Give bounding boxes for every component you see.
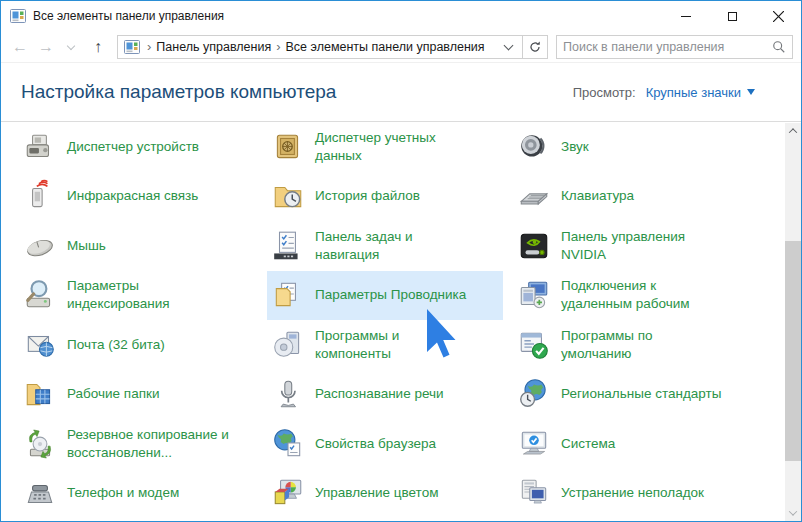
control-panel-item[interactable]: Мышь bbox=[19, 221, 257, 271]
item-label: Региональные стандарты bbox=[561, 385, 721, 403]
view-by-dropdown[interactable]: Крупные значки bbox=[646, 85, 741, 100]
maximize-button[interactable] bbox=[709, 1, 755, 31]
control-panel-item[interactable]: Диспетчер учетных данных bbox=[267, 122, 503, 172]
control-panel-item[interactable]: Свойства браузера bbox=[267, 419, 503, 469]
scroll-up-button[interactable] bbox=[785, 123, 801, 139]
nvidia-icon bbox=[517, 229, 551, 263]
infrared-icon bbox=[23, 179, 57, 213]
indexing-options-icon bbox=[23, 278, 57, 312]
navigation-toolbar: ← → ↑ › Панель управления › Все элементы… bbox=[1, 31, 801, 63]
window-title: Все элементы панели управления bbox=[33, 9, 663, 23]
address-bar[interactable]: › Панель управления › Все элементы панел… bbox=[117, 35, 523, 59]
item-label: Звук bbox=[561, 138, 589, 156]
minimize-button[interactable] bbox=[663, 1, 709, 31]
item-label: История файлов bbox=[315, 187, 420, 205]
item-label: Резервное копирование и восстановлени... bbox=[67, 426, 229, 462]
search-input[interactable] bbox=[563, 40, 772, 54]
forward-button[interactable]: → bbox=[33, 34, 59, 60]
control-panel-item[interactable]: Резервное копирование и восстановлени... bbox=[19, 419, 257, 469]
item-label: Подключения к удаленным рабочим bbox=[561, 277, 690, 313]
page-title: Настройка параметров компьютера bbox=[21, 81, 336, 103]
region-icon bbox=[517, 377, 551, 411]
breadcrumb-separator: › bbox=[271, 39, 285, 54]
item-label: Панель задач и навигация bbox=[315, 228, 413, 264]
remote-desktop-icon bbox=[517, 278, 551, 312]
control-panel-item[interactable]: Рабочие папки bbox=[19, 370, 257, 420]
items-grid: Диспетчер устройствИнфракрасная связьМыш… bbox=[1, 122, 801, 518]
control-panel-item[interactable]: История файлов bbox=[267, 172, 503, 222]
search-box[interactable] bbox=[556, 35, 793, 59]
control-panel-item[interactable]: Почта (32 бита) bbox=[19, 320, 257, 370]
programs-features-icon bbox=[271, 328, 305, 362]
item-label: Инфракрасная связь bbox=[67, 187, 198, 205]
phone-modem-icon bbox=[23, 476, 57, 510]
item-label: Параметры индексирования bbox=[67, 277, 170, 313]
item-label: Диспетчер устройств bbox=[67, 138, 199, 156]
scrollbar-thumb[interactable] bbox=[785, 241, 801, 461]
address-dropdown-icon[interactable] bbox=[504, 40, 514, 50]
keyboard-icon bbox=[517, 179, 551, 213]
control-panel-item[interactable]: Параметры индексирования bbox=[19, 271, 257, 321]
taskbar-icon bbox=[271, 229, 305, 263]
scroll-down-button[interactable] bbox=[785, 505, 801, 521]
item-label: Программы по умолчанию bbox=[561, 327, 653, 363]
mouse-icon bbox=[23, 229, 57, 263]
item-label: Управление цветом bbox=[315, 484, 438, 502]
refresh-icon bbox=[528, 40, 542, 54]
item-label: Мышь bbox=[67, 237, 106, 255]
item-label: Клавиатура bbox=[561, 187, 634, 205]
vertical-scrollbar[interactable] bbox=[785, 123, 801, 521]
color-management-icon bbox=[271, 476, 305, 510]
control-panel-item[interactable]: Панель управления NVIDIA bbox=[513, 221, 791, 271]
control-panel-item[interactable]: Подключения к удаленным рабочим bbox=[513, 271, 791, 321]
item-label: Программы и компоненты bbox=[315, 327, 399, 363]
control-panel-window: Все элементы панели управления ← → ↑ › П… bbox=[0, 0, 802, 522]
speech-recognition-icon bbox=[271, 377, 305, 411]
control-panel-item[interactable]: Устранение неполадок bbox=[513, 469, 791, 519]
up-button[interactable]: ↑ bbox=[85, 34, 111, 60]
item-label: Телефон и модем bbox=[67, 484, 179, 502]
device-manager-icon bbox=[23, 130, 57, 164]
control-panel-item[interactable]: Параметры Проводника bbox=[267, 271, 503, 321]
control-panel-item[interactable]: Инфракрасная связь bbox=[19, 172, 257, 222]
control-panel-item[interactable]: Диспетчер устройств bbox=[19, 122, 257, 172]
minimize-icon bbox=[681, 16, 691, 17]
content-area: Настройка параметров компьютера Просмотр… bbox=[1, 63, 801, 521]
sound-icon bbox=[517, 130, 551, 164]
breadcrumb-all-items[interactable]: Все элементы панели управления bbox=[286, 40, 485, 54]
close-icon bbox=[773, 11, 784, 22]
recent-pages-dropdown[interactable] bbox=[59, 34, 85, 60]
item-label: Параметры Проводника bbox=[315, 286, 466, 304]
control-panel-item[interactable]: Система bbox=[513, 419, 791, 469]
control-panel-item[interactable]: Звук bbox=[513, 122, 791, 172]
chevron-up-icon bbox=[789, 128, 797, 136]
title-bar: Все элементы панели управления bbox=[1, 1, 801, 31]
internet-options-icon bbox=[271, 427, 305, 461]
close-button[interactable] bbox=[755, 1, 801, 31]
maximize-icon bbox=[728, 12, 737, 21]
control-panel-item[interactable]: Программы по умолчанию bbox=[513, 320, 791, 370]
item-label: Устранение неполадок bbox=[561, 484, 704, 502]
breadcrumb-separator: › bbox=[142, 39, 156, 54]
control-panel-item[interactable]: Панель задач и навигация bbox=[267, 221, 503, 271]
item-label: Система bbox=[561, 435, 615, 453]
control-panel-item[interactable]: Региональные стандарты bbox=[513, 370, 791, 420]
system-icon bbox=[517, 427, 551, 461]
folder-options-icon bbox=[271, 278, 305, 312]
item-label: Свойства браузера bbox=[315, 435, 436, 453]
item-label: Распознавание речи bbox=[315, 385, 444, 403]
control-panel-icon bbox=[124, 39, 140, 55]
control-panel-item[interactable]: Телефон и модем bbox=[19, 469, 257, 519]
refresh-button[interactable] bbox=[522, 35, 548, 59]
chevron-down-icon[interactable] bbox=[747, 89, 755, 95]
control-panel-item[interactable]: Распознавание речи bbox=[267, 370, 503, 420]
chevron-down-icon bbox=[67, 41, 75, 49]
item-label: Диспетчер учетных данных bbox=[315, 129, 436, 165]
default-programs-icon bbox=[517, 328, 551, 362]
control-panel-item[interactable]: Программы и компоненты bbox=[267, 320, 503, 370]
search-icon bbox=[772, 40, 786, 54]
control-panel-item[interactable]: Управление цветом bbox=[267, 469, 503, 519]
breadcrumb-control-panel[interactable]: Панель управления bbox=[156, 40, 271, 54]
control-panel-item[interactable]: Клавиатура bbox=[513, 172, 791, 222]
back-button[interactable]: ← bbox=[7, 34, 33, 60]
